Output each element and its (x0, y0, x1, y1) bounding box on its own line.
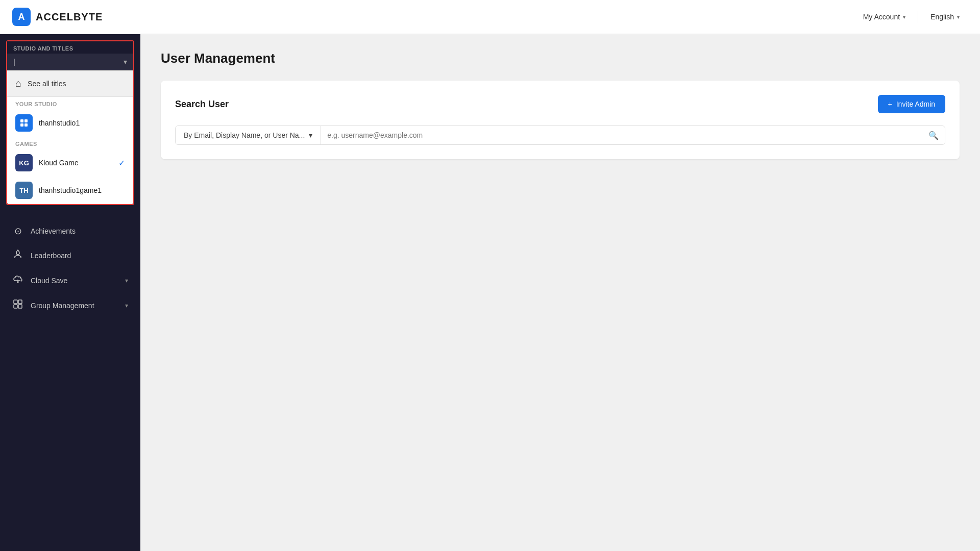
search-icon[interactable]: 🔍 (928, 131, 939, 140)
studio-item-icon (15, 114, 33, 132)
invite-admin-button[interactable]: + Invite Admin (878, 95, 945, 113)
your-studio-label: YOUR STUDIO (7, 97, 133, 109)
home-icon: ⌂ (15, 78, 21, 89)
svg-rect-7 (18, 305, 22, 308)
see-all-titles-label: See all titles (28, 80, 66, 88)
studio-item-name: thanhstudio1 (39, 119, 125, 127)
game-item-name-thanh: thanhstudio1game1 (39, 186, 125, 194)
svg-rect-1 (24, 119, 28, 122)
invite-admin-label: Invite Admin (896, 100, 935, 108)
game-item-kloud-game[interactable]: KG Kloud Game ✓ (7, 149, 133, 177)
check-icon: ✓ (118, 158, 125, 168)
search-input-wrapper: 🔍 (321, 126, 945, 144)
sidebar-item-group-management[interactable]: Group Management ▾ (0, 293, 140, 318)
group-management-label: Group Management (31, 302, 118, 310)
language-label: English (930, 13, 954, 21)
leaderboard-icon (12, 249, 23, 262)
search-filter-label: By Email, Display Name, or User Na... (184, 131, 305, 139)
game-item-icon-th: TH (15, 182, 33, 199)
sidebar-item-cloud-save[interactable]: Cloud Save ▾ (0, 268, 140, 293)
header-divider (918, 11, 918, 23)
games-label: GAMES (7, 137, 133, 149)
sidebar-item-achievements[interactable]: ⊙ Achievements (0, 219, 140, 243)
game-item-name-kloud: Kloud Game (39, 159, 112, 167)
my-account-dropdown[interactable]: My Account ▾ (855, 9, 914, 25)
logo: A ACCELBYTE (12, 8, 103, 26)
achievements-label: Achievements (31, 227, 128, 235)
language-dropdown[interactable]: English ▾ (922, 9, 968, 25)
cloud-save-icon (12, 274, 23, 287)
search-card-header: Search User + Invite Admin (175, 95, 945, 113)
body: STUDIO AND TITLES ▾ ⌂ See all titles YOU… (0, 34, 980, 551)
search-filter-chevron-icon: ▾ (309, 131, 312, 139)
language-chevron-icon: ▾ (957, 14, 960, 20)
studio-section-label: STUDIO AND TITLES (7, 41, 133, 54)
studio-and-titles-section: STUDIO AND TITLES ▾ ⌂ See all titles YOU… (6, 40, 134, 205)
main-content: User Management Search User + Invite Adm… (140, 34, 980, 551)
sidebar: STUDIO AND TITLES ▾ ⌂ See all titles YOU… (0, 34, 140, 551)
achievements-icon: ⊙ (12, 226, 23, 237)
svg-rect-3 (24, 123, 28, 127)
header: A ACCELBYTE My Account ▾ English ▾ (0, 0, 980, 34)
game-item-icon-kg: KG (15, 154, 33, 171)
leaderboard-label: Leaderboard (31, 252, 128, 260)
cloud-save-label: Cloud Save (31, 277, 118, 285)
svg-rect-4 (14, 300, 17, 304)
group-management-chevron-icon: ▾ (125, 302, 128, 309)
svg-rect-2 (20, 123, 23, 127)
page-title: User Management (161, 51, 960, 66)
svg-rect-0 (20, 119, 23, 122)
studio-chevron-icon: ▾ (124, 58, 127, 66)
studio-search-input[interactable] (13, 58, 105, 66)
sidebar-nav: ⊙ Achievements Leaderboard (0, 211, 140, 326)
my-account-label: My Account (863, 13, 900, 21)
studio-item-thanhstudio1[interactable]: thanhstudio1 (7, 109, 133, 137)
invite-admin-plus-icon: + (888, 100, 892, 108)
search-row: By Email, Display Name, or User Na... ▾ … (175, 126, 945, 145)
search-user-card: Search User + Invite Admin By Email, Dis… (161, 81, 960, 159)
studio-dropdown[interactable]: ▾ (7, 54, 133, 70)
group-management-icon (12, 299, 23, 312)
game-item-thanhstudio1game1[interactable]: TH thanhstudio1game1 (7, 177, 133, 204)
cloud-save-chevron-icon: ▾ (125, 277, 128, 284)
see-all-titles-item[interactable]: ⌂ See all titles (7, 70, 133, 97)
search-card-title: Search User (175, 99, 229, 110)
search-filter-dropdown[interactable]: By Email, Display Name, or User Na... ▾ (176, 126, 321, 144)
studio-dropdown-panel: ⌂ See all titles YOUR STUDIO thanhstu (7, 70, 133, 204)
logo-icon: A (12, 8, 31, 26)
header-right: My Account ▾ English ▾ (855, 9, 968, 25)
svg-rect-5 (18, 300, 22, 304)
logo-text: ACCELBYTE (36, 11, 103, 23)
search-input[interactable] (327, 126, 928, 144)
svg-rect-6 (14, 305, 17, 308)
my-account-chevron-icon: ▾ (903, 14, 905, 20)
sidebar-item-leaderboard[interactable]: Leaderboard (0, 243, 140, 268)
